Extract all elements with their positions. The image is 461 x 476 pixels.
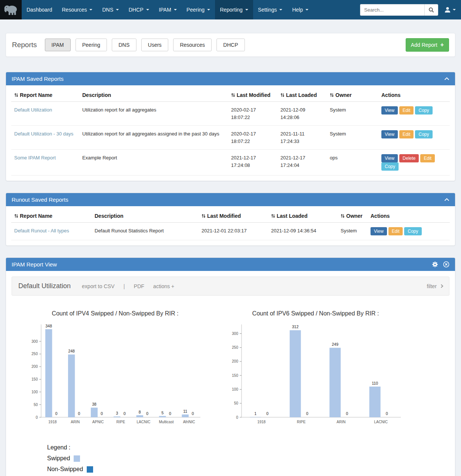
nav-item-label: Help: [292, 7, 303, 13]
column-header-report-name[interactable]: Report Name: [11, 208, 92, 223]
column-header-last-loaded[interactable]: Last Loaded: [268, 208, 338, 223]
column-header-last-modified[interactable]: Last Modified: [228, 87, 277, 102]
svg-text:0: 0: [306, 411, 308, 416]
nav-item-dhcp[interactable]: DHCP: [124, 0, 154, 19]
edit-button[interactable]: Edit: [388, 227, 403, 235]
search-icon: [428, 7, 434, 13]
report-name-cell: Default Utilization - 30 days: [11, 126, 79, 150]
caret-down-icon: [453, 9, 456, 10]
owner-cell: ops: [327, 150, 378, 176]
copy-button[interactable]: Copy: [404, 227, 421, 235]
svg-text:Multicast: Multicast: [159, 420, 174, 424]
report-name-link[interactable]: Default Runout - All types: [14, 228, 69, 234]
actions-link[interactable]: actions +: [153, 283, 174, 289]
nav-item-settings[interactable]: Settings: [253, 0, 288, 19]
owner-cell: System: [327, 102, 378, 126]
collapse-chevron-icon[interactable]: [444, 77, 449, 80]
column-header-last-loaded[interactable]: Last Loaded: [277, 87, 327, 102]
last-loaded-cell: 2021-12-09 14:36:54: [268, 223, 338, 240]
nav-item-label: Peering: [187, 7, 205, 13]
column-header-last-modified[interactable]: Last Modified: [199, 208, 268, 223]
nav-item-dns[interactable]: DNS: [97, 0, 124, 19]
tab-resources[interactable]: Resources: [173, 39, 212, 51]
svg-text:RIPE: RIPE: [116, 420, 125, 424]
app-logo[interactable]: [0, 0, 22, 19]
column-header-actions: Actions: [378, 87, 450, 102]
plus-icon: +: [440, 42, 444, 48]
svg-text:250: 250: [31, 352, 38, 356]
report-title: Default Utilization: [18, 282, 71, 290]
caret-down-icon: [174, 9, 177, 10]
edit-button[interactable]: Edit: [399, 130, 414, 138]
tab-users[interactable]: Users: [141, 39, 169, 51]
column-header-owner[interactable]: Owner: [338, 208, 368, 223]
last-loaded-cell: 2021-11-11 17:24:33: [277, 126, 327, 150]
ipv6-chart: Count of IPV6 Swipped / Non-Swipped By R…: [222, 306, 409, 431]
add-report-button[interactable]: Add Report +: [406, 38, 449, 52]
pdf-link[interactable]: PDF: [134, 283, 144, 289]
view-button[interactable]: View: [381, 154, 398, 162]
column-header-report-name[interactable]: Report Name: [11, 87, 79, 102]
bar-swipped: [369, 387, 381, 417]
copy-button[interactable]: Copy: [415, 130, 432, 138]
svg-text:11: 11: [183, 409, 187, 414]
nav-item-resources[interactable]: Resources: [57, 0, 98, 19]
nav-item-peering[interactable]: Peering: [182, 0, 215, 19]
runout-saved-reports-panel: Runout Saved Reports Report NameDescript…: [6, 193, 455, 246]
description-cell: Utilization report for all aggregates: [79, 102, 228, 126]
table-row: Some IPAM ReportExample Report2021-12-17…: [11, 150, 450, 176]
bar-swipped: [136, 415, 143, 417]
nav-item-reporting[interactable]: Reporting: [215, 0, 253, 19]
filter-link[interactable]: filter: [427, 283, 443, 289]
legend-item: Non-Swipped: [47, 466, 455, 473]
svg-text:300: 300: [31, 339, 38, 344]
navbar-right: [360, 0, 461, 19]
copy-button[interactable]: Copy: [415, 106, 432, 115]
svg-text:300: 300: [232, 332, 238, 336]
view-button[interactable]: View: [381, 106, 398, 115]
collapse-chevron-icon[interactable]: [444, 198, 449, 201]
edit-button[interactable]: Edit: [420, 154, 435, 162]
svg-text:0: 0: [146, 411, 148, 416]
tab-ipam[interactable]: IPAM: [45, 39, 71, 51]
table-row: Default Runout - All typesDefault Runout…: [11, 223, 450, 240]
last-modified-cell: 2020-02-17 18:07:22: [228, 102, 277, 126]
search-input[interactable]: [360, 4, 424, 16]
svg-text:1: 1: [254, 411, 256, 416]
caret-down-icon: [146, 9, 149, 10]
view-button[interactable]: View: [371, 227, 387, 235]
column-header-owner[interactable]: Owner: [327, 87, 378, 102]
runout-saved-reports-header: Runout Saved Reports: [6, 193, 455, 206]
copy-button[interactable]: Copy: [381, 162, 399, 171]
tab-dns[interactable]: DNS: [112, 39, 136, 51]
report-name-link[interactable]: Some IPAM Report: [14, 155, 56, 161]
ipam-saved-reports-header: IPAM Saved Reports: [6, 72, 455, 85]
svg-text:0: 0: [36, 415, 38, 419]
tab-peering[interactable]: Peering: [76, 39, 107, 51]
report-name-link[interactable]: Default Utilization: [14, 107, 52, 113]
panel-title: IPAM Saved Reports: [12, 76, 64, 82]
nav-item-ipam[interactable]: IPAM: [154, 0, 182, 19]
tab-dhcp[interactable]: DHCP: [216, 39, 245, 51]
user-menu[interactable]: [444, 6, 456, 13]
svg-text:ARIN: ARIN: [336, 420, 345, 424]
view-button[interactable]: View: [381, 130, 398, 138]
caret-down-icon: [89, 9, 92, 10]
edit-button[interactable]: Edit: [399, 106, 414, 115]
close-icon[interactable]: [443, 261, 449, 268]
delete-button[interactable]: Delete: [399, 154, 419, 162]
nav-item-dashboard[interactable]: Dashboard: [22, 0, 57, 19]
report-name-cell: Default Runout - All types: [11, 223, 92, 240]
ipv4-chart: Count of IPV4 Swipped / Non-Swipped By R…: [22, 306, 209, 431]
svg-text:1918: 1918: [257, 420, 266, 424]
export-csv-link[interactable]: export to CSV: [82, 283, 114, 289]
nav-item-help[interactable]: Help: [287, 0, 313, 19]
column-label: Description: [95, 213, 123, 219]
gear-icon[interactable]: [432, 261, 438, 268]
chart-title: Count of IPV4 Swipped / Non-Swipped By R…: [22, 310, 209, 317]
report-name-link[interactable]: Default Utilization - 30 days: [14, 131, 73, 137]
search-button[interactable]: [424, 4, 438, 16]
svg-text:50: 50: [34, 403, 38, 407]
owner-cell: System: [327, 126, 378, 150]
bar-chart: 050100150200250300191810RIPE3120ARIN2490…: [222, 318, 409, 430]
